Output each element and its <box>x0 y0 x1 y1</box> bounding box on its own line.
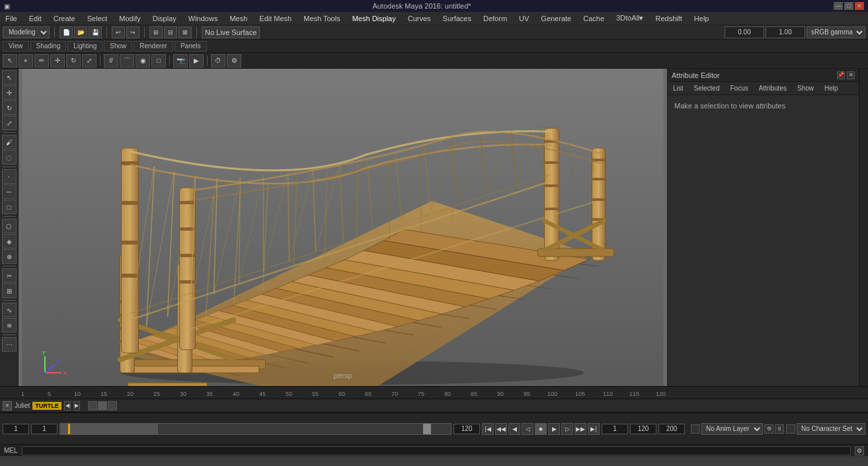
attr-close-btn[interactable]: ✕ <box>847 71 855 79</box>
tab-panels[interactable]: Panels <box>175 41 207 52</box>
ae-tab-attributes[interactable]: Attributes <box>754 82 792 95</box>
char-set-select[interactable]: No Character Set <box>797 423 865 435</box>
play-forward-btn[interactable]: ▶ <box>548 423 560 435</box>
snap-grid-btn[interactable]: # <box>104 54 118 67</box>
3d-viewport[interactable]: persp X Y Z <box>19 69 667 386</box>
snap-curve-btn[interactable]: ⌒ <box>120 54 134 67</box>
attr-btn[interactable]: ⚙ <box>227 54 241 67</box>
edge-mode-btn[interactable]: ─ <box>2 184 17 199</box>
start-frame-input[interactable] <box>3 424 29 434</box>
go-start-btn[interactable]: |◀ <box>482 423 494 435</box>
menu-select[interactable]: Select <box>85 14 110 23</box>
camera-btn[interactable]: 📷 <box>173 54 188 67</box>
face-mode-btn[interactable]: □ <box>2 200 17 214</box>
maximize-button[interactable]: □ <box>844 2 853 10</box>
range-handle[interactable] <box>423 424 431 434</box>
current-frame-input[interactable] <box>31 424 58 434</box>
menu-windows[interactable]: Windows <box>186 14 221 23</box>
ae-tab-selected[interactable]: Selected <box>689 82 725 95</box>
snap-point-btn[interactable]: ◉ <box>136 54 150 67</box>
anim-layer-expand-btn[interactable] <box>691 424 700 434</box>
paint-select-btn[interactable]: 🖌 <box>2 135 17 149</box>
end-range-input[interactable] <box>454 424 480 434</box>
minimize-button[interactable]: — <box>834 2 843 10</box>
menu-redshift[interactable]: Redshift <box>652 14 684 23</box>
track-prev-btn[interactable]: ◀ <box>64 401 71 410</box>
channel-input[interactable] <box>725 26 764 38</box>
paint-btn[interactable]: ✏ <box>34 54 49 67</box>
prev-key-btn[interactable]: ◀ <box>508 423 520 435</box>
timeline-ruler[interactable]: 1 5 10 15 20 25 30 35 40 45 50 55 60 65 … <box>0 386 868 399</box>
anim-layer-select[interactable]: No Anim Layer <box>701 423 763 435</box>
track-next-btn[interactable]: ▶ <box>73 401 80 410</box>
menu-modify[interactable]: Modify <box>116 14 143 23</box>
menu-generate[interactable]: Generate <box>538 14 574 23</box>
crease-btn[interactable]: ≋ <box>2 318 17 332</box>
menu-cache[interactable]: Cache <box>580 14 607 23</box>
smooth-btn[interactable]: ∿ <box>2 303 17 317</box>
snap-view-btn[interactable]: □ <box>151 54 166 67</box>
menu-deform[interactable]: Deform <box>481 14 510 23</box>
scale-btn[interactable]: ⤢ <box>82 54 97 67</box>
turtle-btn[interactable]: TURTLE <box>32 402 61 410</box>
next-frame-btn[interactable]: ▶▶ <box>574 423 586 435</box>
cut-btn[interactable]: ✂ <box>2 268 17 283</box>
vertex-mode-btn[interactable]: · <box>2 169 17 184</box>
time-input[interactable] <box>766 26 805 38</box>
select-mode-btn[interactable]: ↖ <box>2 70 17 85</box>
menu-curves[interactable]: Curves <box>405 14 434 23</box>
menu-mesh-tools[interactable]: Mesh Tools <box>301 14 342 23</box>
ae-tab-list[interactable]: List <box>668 82 689 95</box>
attr-pin-btn[interactable]: 📌 <box>837 71 845 79</box>
open-btn[interactable]: 📂 <box>74 26 87 38</box>
anim-layer-options-btn[interactable]: ⚙ <box>764 424 773 434</box>
merge-btn[interactable]: ⊕ <box>2 249 17 264</box>
go-end-btn[interactable]: ▶| <box>588 423 600 435</box>
menu-help[interactable]: Help <box>691 14 712 23</box>
anim-layer-solo-btn[interactable]: S <box>775 424 784 434</box>
play-back-btn[interactable]: ◁ <box>522 423 533 435</box>
lasso-btn[interactable]: ⌖ <box>19 54 33 67</box>
snap2-btn[interactable]: ⊟ <box>164 26 177 38</box>
menu-create[interactable]: Create <box>51 14 78 23</box>
prev-frame-btn[interactable]: ◀◀ <box>495 423 507 435</box>
move-mode-btn[interactable]: ✛ <box>2 85 17 100</box>
timeline-range-bar[interactable] <box>59 423 452 435</box>
gamma-selector[interactable]: sRGB gamma <box>807 26 865 38</box>
right-scrollbar[interactable] <box>859 69 868 386</box>
close-button[interactable]: ✕ <box>855 2 864 10</box>
extrude-btn[interactable]: ⬡ <box>2 219 17 233</box>
menu-surfaces[interactable]: Surfaces <box>440 14 474 23</box>
ae-tab-focus[interactable]: Focus <box>725 82 753 95</box>
mel-input[interactable] <box>22 446 851 455</box>
tab-view[interactable]: View <box>3 41 29 52</box>
menu-file[interactable]: File <box>3 14 20 23</box>
rotate-mode-btn[interactable]: ↻ <box>2 100 17 115</box>
undo-btn[interactable]: ↩ <box>112 26 125 38</box>
redo-btn[interactable]: ↪ <box>126 26 139 38</box>
menu-edit[interactable]: Edit <box>26 14 44 23</box>
stop-btn[interactable]: ■ <box>535 423 547 435</box>
tab-show[interactable]: Show <box>104 41 132 52</box>
new-scene-btn[interactable]: 📄 <box>59 26 73 38</box>
misc-btn[interactable]: ⋯ <box>2 337 17 352</box>
insert-btn[interactable]: ⊞ <box>2 284 17 298</box>
menu-edit-mesh[interactable]: Edit Mesh <box>256 14 294 23</box>
scale-mode-btn[interactable]: ⤢ <box>2 116 17 130</box>
move-btn[interactable]: ✛ <box>50 54 65 67</box>
history-btn[interactable]: ⏱ <box>211 54 225 67</box>
bevel-btn[interactable]: ◈ <box>2 234 17 249</box>
snap-btn[interactable]: ⊞ <box>149 26 163 38</box>
soft-select-btn[interactable]: ◌ <box>2 150 17 165</box>
render-btn[interactable]: ▶ <box>189 54 204 67</box>
range-out-input[interactable] <box>630 424 656 434</box>
menu-display[interactable]: Display <box>150 14 179 23</box>
save-btn[interactable]: 💾 <box>89 26 102 38</box>
ae-tab-help[interactable]: Help <box>819 82 844 95</box>
menu-mesh[interactable]: Mesh <box>227 14 250 23</box>
menu-uv[interactable]: UV <box>516 14 532 23</box>
ae-tab-show[interactable]: Show <box>792 82 819 95</box>
current-time-input[interactable] <box>602 424 628 434</box>
tab-shading[interactable]: Shading <box>30 41 67 52</box>
tab-lighting[interactable]: Lighting <box>67 41 102 52</box>
